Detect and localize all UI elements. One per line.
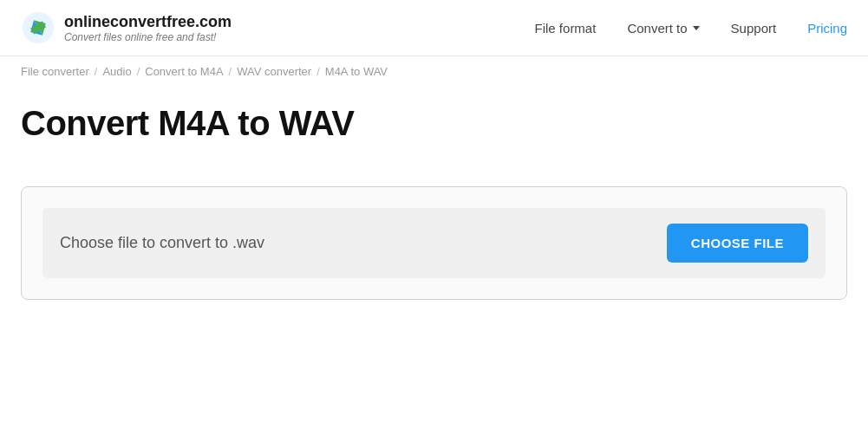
logo-area: onlineconvertfree.com Convert files onli… (21, 10, 535, 45)
breadcrumb-m4a-to-wav: M4A to WAV (325, 65, 388, 78)
logo-subtitle: Convert files online free and fast! (64, 31, 232, 43)
main-nav: File format Convert to Support Pricing (535, 21, 847, 36)
breadcrumb-convert-m4a[interactable]: Convert to M4A (145, 65, 223, 78)
page-title: Convert M4A to WAV (0, 87, 868, 152)
upload-container: Choose file to convert to .wav CHOOSE FI… (21, 186, 847, 300)
upload-inner: Choose file to convert to .wav CHOOSE FI… (42, 208, 826, 278)
header: onlineconvertfree.com Convert files onli… (0, 0, 868, 56)
upload-label: Choose file to convert to .wav (60, 234, 264, 252)
nav-file-format[interactable]: File format (535, 21, 597, 36)
breadcrumb-sep-2: / (137, 65, 140, 78)
breadcrumb: File converter / Audio / Convert to M4A … (0, 56, 868, 87)
breadcrumb-wav-converter[interactable]: WAV converter (237, 65, 311, 78)
logo-text-block: onlineconvertfree.com Convert files onli… (64, 13, 232, 43)
choose-file-button[interactable]: CHOOSE FILE (667, 224, 808, 263)
chevron-down-icon (693, 26, 700, 30)
breadcrumb-sep-4: / (317, 65, 320, 78)
nav-convert-to[interactable]: Convert to (627, 21, 699, 36)
breadcrumb-sep-1: / (95, 65, 98, 78)
main-content: Choose file to convert to .wav CHOOSE FI… (0, 152, 868, 321)
nav-support[interactable]: Support (731, 21, 777, 36)
breadcrumb-sep-3: / (229, 65, 232, 78)
logo-title: onlineconvertfree.com (64, 13, 232, 31)
logo-icon (21, 10, 55, 45)
breadcrumb-file-converter[interactable]: File converter (21, 65, 89, 78)
nav-pricing[interactable]: Pricing (807, 21, 847, 36)
breadcrumb-audio[interactable]: Audio (102, 65, 131, 78)
